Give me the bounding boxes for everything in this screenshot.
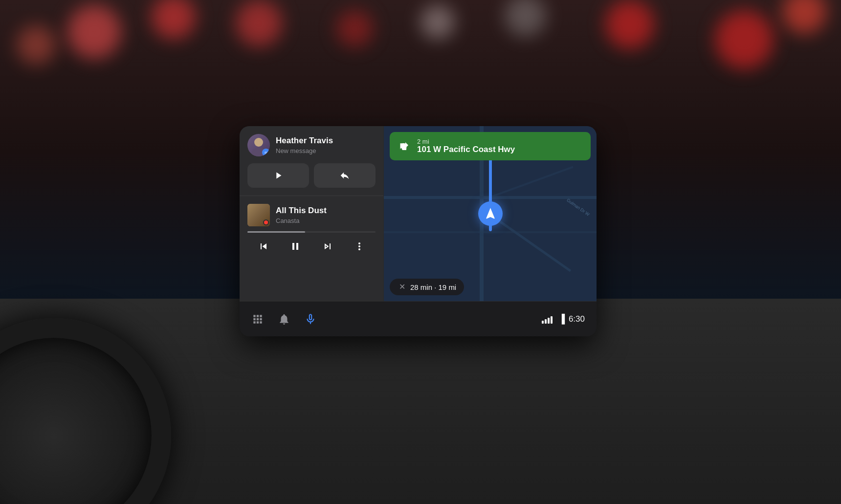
pause-icon — [289, 241, 301, 252]
message-card[interactable]: ✉ Heather Travis New message — [240, 126, 383, 196]
music-red-dot — [263, 219, 269, 225]
turn-arrow-icon — [398, 139, 411, 153]
progress-bar[interactable] — [247, 231, 376, 233]
apps-button[interactable] — [251, 313, 264, 326]
svg-text:✉: ✉ — [265, 151, 267, 154]
nav-distance: 2 mi — [417, 138, 515, 145]
reply-button[interactable] — [314, 163, 376, 188]
music-card[interactable]: All This Dust Canasta — [240, 196, 383, 301]
artist-name: Canasta — [276, 217, 376, 224]
play-button[interactable] — [247, 163, 309, 188]
location-pin — [478, 201, 503, 226]
steering-wheel-area — [0, 162, 205, 504]
more-options-button[interactable] — [352, 239, 367, 254]
steering-wheel — [0, 318, 171, 504]
message-actions — [247, 163, 376, 188]
avatar: ✉ — [247, 134, 270, 156]
location-circle — [478, 201, 503, 226]
album-art — [247, 204, 270, 226]
microphone-button[interactable] — [304, 313, 317, 326]
message-badge: ✉ — [262, 149, 270, 156]
message-info: Heather Travis New message — [276, 136, 376, 154]
song-title: All This Dust — [276, 206, 376, 216]
progress-fill — [247, 231, 305, 233]
more-options-icon — [354, 241, 365, 252]
play-icon — [273, 170, 284, 181]
navigation-header[interactable]: 2 mi 101 W Pacific Coast Hwy — [390, 132, 591, 160]
eta-badge: ✕ 28 min · 19 mi — [390, 279, 464, 295]
reply-icon — [339, 170, 350, 181]
nav-street: 101 W Pacific Coast Hwy — [417, 145, 515, 154]
bottom-bar: ▐ 6:30 — [240, 301, 597, 336]
time-display: 6:30 — [569, 314, 585, 324]
music-controls — [247, 239, 376, 254]
skip-previous-icon — [258, 241, 269, 252]
battery-icon: ▐ — [558, 314, 565, 324]
notifications-button[interactable] — [278, 313, 290, 326]
microphone-icon — [304, 313, 317, 326]
navigation-arrow-icon — [484, 207, 497, 220]
signal-icon — [542, 315, 553, 324]
android-auto-screen: ✉ Heather Travis New message — [240, 126, 597, 336]
bell-icon — [278, 313, 290, 326]
navigation-panel[interactable]: Gulman Dr W 2 mi 101 W Pacific Coast Hwy — [384, 126, 597, 301]
message-subtitle: New message — [276, 147, 376, 154]
skip-previous-button[interactable] — [256, 239, 271, 254]
skip-next-button[interactable] — [320, 239, 335, 254]
nav-info: 2 mi 101 W Pacific Coast Hwy — [417, 138, 515, 154]
pause-button[interactable] — [288, 239, 303, 254]
eta-text: 28 min · 19 mi — [410, 283, 456, 291]
status-indicators: ▐ 6:30 — [542, 314, 585, 324]
music-info: All This Dust Canasta — [276, 206, 376, 224]
skip-next-icon — [322, 241, 333, 252]
contact-name: Heather Travis — [276, 136, 376, 146]
apps-grid-icon — [251, 313, 264, 326]
bottom-left-icons — [251, 313, 317, 326]
left-panel: ✉ Heather Travis New message — [240, 126, 384, 301]
close-navigation-button[interactable]: ✕ — [398, 283, 406, 291]
